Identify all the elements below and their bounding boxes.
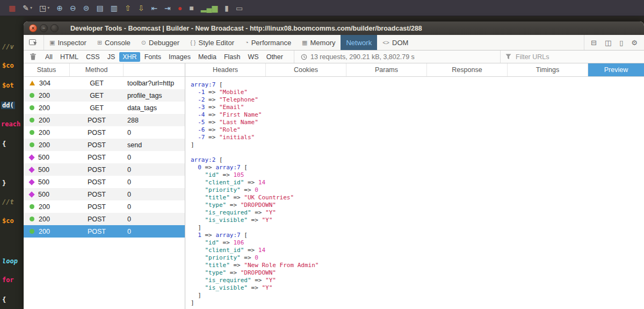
tab-debugger[interactable]: ⊙Debugger: [136, 35, 185, 50]
file-cell: 0: [124, 154, 185, 161]
dom-icon: <>: [382, 39, 389, 46]
detail-tab-timings[interactable]: Timings: [508, 63, 588, 76]
file-cell: profile_tags: [124, 92, 185, 99]
meter-icon[interactable]: ▮: [225, 4, 229, 12]
table-row[interactable]: 304GETtoolbar?url=http: [24, 77, 185, 89]
preview-line: ]: [191, 224, 644, 232]
tab-label: Network: [346, 39, 372, 47]
status-cell: 500: [24, 154, 70, 161]
maximize-button[interactable]: [50, 24, 59, 32]
filter-all[interactable]: All: [42, 52, 56, 62]
window-titlebar[interactable]: ×− Developer Tools - Boomcast | Builder …: [24, 21, 644, 35]
filter-flash[interactable]: Flash: [221, 52, 244, 62]
table-row[interactable]: 200GETdata_tags: [24, 102, 185, 114]
status-error-icon: [28, 191, 34, 197]
method-cell: POST: [70, 215, 124, 223]
preview-line: -6 => "Role": [191, 126, 644, 134]
file-cell: 0: [124, 215, 185, 223]
detail-tab-params[interactable]: Params: [346, 63, 427, 76]
pick-element-button[interactable]: [24, 35, 44, 50]
code-fragment: {: [1, 296, 7, 304]
preview-line: "title" => "New Role From Admin": [191, 262, 644, 269]
zoom-in-icon[interactable]: ⊕: [56, 4, 63, 12]
clear-requests-button[interactable]: [24, 53, 41, 60]
tab-performance[interactable]: ◔Performance: [240, 35, 296, 50]
style-editor-icon: { }: [190, 39, 196, 46]
column-header-status[interactable]: Status: [24, 63, 70, 76]
filter-xhr[interactable]: XHR: [119, 52, 140, 62]
detail-tab-headers[interactable]: Headers: [185, 63, 266, 76]
screenshot-app-icon[interactable]: ▦: [9, 4, 16, 12]
table-row[interactable]: 200POST0: [24, 126, 185, 139]
tab-memory[interactable]: ▦Memory: [296, 35, 341, 50]
table-row[interactable]: 200POSTsend: [24, 139, 185, 151]
table-row[interactable]: 500POST0: [24, 163, 185, 176]
shapes-tool-icon[interactable]: ◳: [39, 4, 46, 12]
table-row[interactable]: 200POST0: [24, 213, 185, 225]
table-row[interactable]: 500POST0: [24, 188, 185, 200]
detail-tab-cookies[interactable]: Cookies: [266, 63, 346, 76]
column-header-file[interactable]: [124, 63, 185, 76]
table-row[interactable]: 200POST0: [24, 225, 185, 238]
filter-css[interactable]: CSS: [83, 52, 103, 62]
pencil-tool-dropdown-icon[interactable]: ▾: [30, 5, 32, 10]
arrow-up-icon[interactable]: ⇧: [125, 4, 131, 12]
preview-line: -1 => "Mobile": [191, 89, 644, 96]
tab-inspector[interactable]: ▣Inspector: [44, 35, 92, 50]
import-page-icon[interactable]: ⇤: [151, 4, 157, 12]
tab-dom[interactable]: <>DOM: [377, 35, 414, 50]
shapes-tool-dropdown-icon[interactable]: ▾: [47, 5, 49, 10]
filter-funnel-icon: [505, 54, 511, 60]
stopwatch-icon[interactable]: [301, 54, 307, 60]
stop-icon[interactable]: ■: [189, 4, 193, 12]
table-row[interactable]: 200GETprofile_tags: [24, 89, 185, 102]
filter-js[interactable]: JS: [104, 52, 119, 62]
detail-tab-preview[interactable]: Preview: [588, 63, 644, 76]
status-code: 200: [39, 141, 53, 149]
export-page-icon[interactable]: ⇥: [164, 4, 171, 12]
method-cell: GET: [70, 104, 124, 112]
filter-fonts[interactable]: Fonts: [141, 52, 164, 62]
table-row[interactable]: 500POST0: [24, 151, 185, 163]
file-cell: send: [124, 141, 185, 149]
arrow-down-icon[interactable]: ⇩: [138, 4, 144, 12]
status-cell: 500: [24, 178, 70, 186]
pencil-tool-icon[interactable]: ✎: [23, 4, 29, 12]
status-cell: 200: [24, 117, 70, 124]
close-button[interactable]: ×: [29, 24, 37, 32]
chart-icon[interactable]: ▂▄▆: [201, 4, 218, 12]
table-row[interactable]: 500POST0: [24, 176, 185, 188]
filter-media[interactable]: Media: [195, 52, 220, 62]
tab-style-editor[interactable]: { }Style Editor: [185, 35, 240, 50]
dock-side-icon[interactable]: ◫: [605, 39, 611, 47]
table-row[interactable]: 200POST0: [24, 200, 185, 213]
table-row[interactable]: 200POST288: [24, 114, 185, 126]
network-filter-bar: AllHTMLCSSJSXHRFontsImagesMediaFlashWSOt…: [24, 51, 644, 63]
minimize-button[interactable]: −: [40, 24, 48, 32]
url-filter-box: [500, 51, 644, 63]
filter-ws[interactable]: WS: [245, 52, 262, 62]
zoom-out-icon[interactable]: ⊖: [70, 4, 76, 12]
file-cell: 288: [124, 117, 185, 124]
filter-images[interactable]: Images: [165, 52, 194, 62]
detail-tab-response[interactable]: Response: [427, 63, 508, 76]
filter-html[interactable]: HTML: [57, 52, 82, 62]
status-error-icon: [28, 154, 34, 160]
devtools-toolbar: ▣Inspector⊞Console⊙Debugger{ }Style Edit…: [24, 35, 644, 51]
split-console-icon[interactable]: ▯: [619, 39, 623, 47]
filter-other[interactable]: Other: [263, 52, 286, 62]
document-icon[interactable]: ▤: [96, 4, 103, 12]
tab-network[interactable]: Network: [341, 35, 377, 50]
dock-bottom-icon[interactable]: ⊟: [591, 39, 597, 47]
column-header-method[interactable]: Method: [70, 63, 124, 76]
settings-gear-icon[interactable]: ⚙: [631, 39, 638, 47]
screen: ▦✎▾◳▾⊕⊖⊜▤▥⇧⇩⇤⇥●■▂▄▆▮▭ //v$co$otdd(reach{…: [0, 0, 644, 309]
record-icon[interactable]: ●: [178, 4, 182, 12]
zoom-reset-icon[interactable]: ⊜: [83, 4, 90, 12]
preview-line: ]: [191, 141, 644, 149]
tab-console[interactable]: ⊞Console: [92, 35, 136, 50]
filter-urls-input[interactable]: [515, 53, 629, 61]
save-icon[interactable]: ▥: [111, 4, 118, 12]
drive-icon[interactable]: ▭: [236, 4, 243, 12]
status-code: 200: [39, 129, 53, 136]
